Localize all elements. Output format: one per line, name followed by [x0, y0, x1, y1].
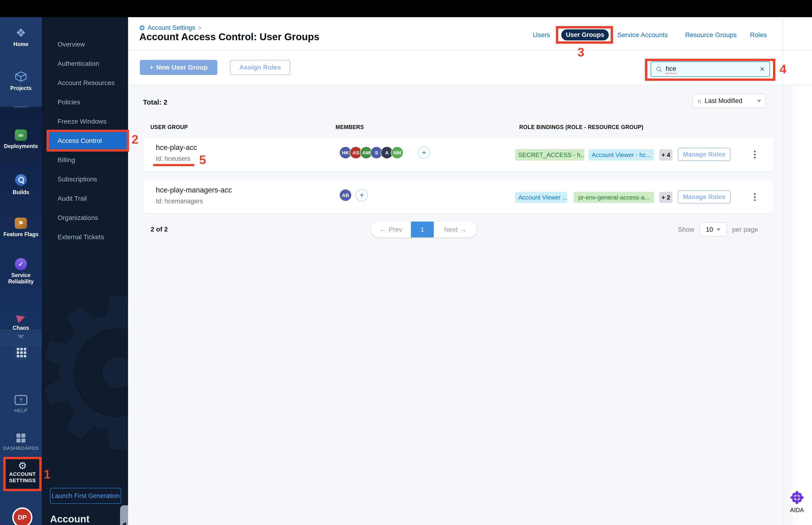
chevron-down-icon [757, 100, 761, 102]
aida-flower-icon [790, 491, 804, 504]
sidebar-item-help[interactable]: ? HELP [0, 395, 42, 414]
member-avatar: NM [391, 146, 403, 159]
role-binding-badge: SECRET_ACCESS - h... [515, 149, 584, 161]
role-binding-badge: Account Viewer - hc... [588, 149, 654, 161]
sidebar-item-dashboards[interactable]: DASHBOARDS [0, 434, 42, 451]
table-row[interactable]: hce-play-acc Id: hceusers HKASAMSANM + S… [143, 137, 773, 171]
right-gutter [783, 85, 812, 525]
prev-label: Prev [388, 226, 402, 234]
chevron-down-icon [716, 228, 721, 231]
manage-roles-button[interactable]: Manage Roles [678, 190, 731, 204]
page-size-select[interactable]: 10 [700, 222, 727, 237]
menu-item-access-control[interactable]: Access Control [49, 131, 127, 150]
user-group-name[interactable]: hce-play-managers-acc [156, 186, 232, 194]
column-header-role-bindings: ROLE BINDINGS (ROLE - RESOURCE GROUP) [519, 124, 643, 131]
aida-assistant-button[interactable]: AIDA [787, 491, 806, 513]
total-count: Total: 2 [143, 98, 167, 106]
sidebar-item-builds[interactable]: Builds [0, 174, 42, 196]
sidebar-item-label: HELP [0, 407, 42, 414]
pagination: ← Prev 1 Next → [371, 222, 477, 237]
home-icon: ❖ [15, 27, 27, 39]
menu-item-account-resources[interactable]: Account Resources [42, 73, 128, 93]
menu-item-authentication[interactable]: Authentication [42, 54, 128, 73]
sidebar-item-label: ACCOUNT [6, 471, 39, 477]
next-page-button[interactable]: Next → [434, 222, 477, 237]
table-row[interactable]: hce-play-managers-acc Id: hcemanagers AB… [143, 180, 773, 213]
sidebar-item-chaos[interactable]: ▶ Chaos [0, 312, 42, 331]
rail-expand-modules[interactable] [0, 335, 42, 340]
prev-page-button[interactable]: ← Prev [371, 222, 411, 237]
add-member-button[interactable]: + [355, 189, 368, 201]
menu-item-external-tickets[interactable]: External Tickets [42, 227, 128, 247]
launch-first-generation-button[interactable]: Launch First Generation [50, 488, 121, 504]
per-page-label: per page [732, 226, 758, 234]
add-member-button[interactable]: + [418, 146, 430, 159]
manage-roles-button[interactable]: Manage Roles [678, 148, 731, 161]
search-icon [656, 66, 662, 73]
menu-item-freeze-windows[interactable]: Freeze Windows [42, 112, 128, 131]
row-menu-icon[interactable] [750, 147, 760, 162]
sidebar-item-label: Builds [0, 189, 42, 196]
sidebar-item-label: Deployments [0, 143, 42, 149]
sidebar-collapse-handle[interactable]: ◀ [120, 505, 128, 525]
sort-icon: ↑↓ [697, 98, 701, 104]
tab-users[interactable]: Users [533, 31, 550, 39]
page-title: Account Access Control: User Groups [139, 31, 319, 43]
sidebar-item-label: SETTINGS [6, 477, 39, 484]
plus-icon: + [150, 64, 153, 71]
role-binding-badge: Account Viewer ... [515, 192, 567, 203]
gear-icon: ⚙ [139, 24, 145, 32]
members-avatars: HKASAMSANM [339, 146, 401, 159]
menu-item-subscriptions[interactable]: Subscriptions [42, 170, 128, 189]
column-header-user-group: USER GROUP [150, 124, 188, 131]
sidebar-item-projects[interactable]: Projects [0, 71, 42, 91]
sidebar-item-label: DASHBOARDS [0, 445, 42, 451]
tab-user-groups[interactable]: User Groups [561, 29, 609, 41]
sidebar-item-deployments[interactable]: ∞ Deployments [0, 130, 42, 149]
column-header-members: MEMBERS [336, 124, 364, 131]
menu-item-overview[interactable]: Overview [42, 35, 128, 54]
page-size-control: Show 10 per page [678, 222, 758, 237]
module-picker-button[interactable] [14, 345, 28, 360]
members-avatars: AB [339, 189, 350, 201]
user-group-name[interactable]: hce-play-acc [156, 144, 197, 152]
clear-search-icon[interactable]: ✕ [760, 65, 765, 73]
tab-roles[interactable]: Roles [750, 31, 767, 39]
menu-item-billing[interactable]: Billing [42, 150, 128, 170]
tab-service-accounts[interactable]: Service Accounts [617, 31, 668, 39]
user-group-id: Id: hceusers [156, 155, 190, 162]
new-user-group-label: New User Group [156, 64, 208, 71]
page-size-value: 10 [706, 226, 713, 234]
toolbar: + New User Group Assign Roles hce ✕ [128, 50, 812, 85]
search-input[interactable]: hce ✕ [650, 62, 770, 77]
feature-flags-icon: ⚑ [15, 217, 27, 229]
row-menu-icon[interactable] [750, 190, 760, 204]
user-group-id: Id: hcemanagers [156, 198, 203, 205]
sidebar-item-service-reliability[interactable]: ✓ Service Reliability [0, 258, 42, 285]
menu-item-audit-trail[interactable]: Audit Trail [42, 189, 128, 208]
search-value: hce [665, 65, 676, 74]
show-label: Show [678, 226, 694, 234]
sidebar-item-feature-flags[interactable]: ⚑ Feature Flags [0, 217, 42, 238]
sort-dropdown[interactable]: ↑↓ Last Modified [692, 94, 766, 108]
gear-icon: ⚙ [6, 461, 39, 471]
more-bindings-badge: + 2 [659, 192, 672, 203]
sidebar-item-account-settings[interactable]: ⚙ ACCOUNT SETTINGS [3, 457, 42, 491]
sidebar-item-home[interactable]: ❖ Home [0, 27, 42, 47]
menu-item-organizations[interactable]: Organizations [42, 208, 128, 227]
new-user-group-button[interactable]: + New User Group [140, 60, 217, 75]
aida-label: AIDA [787, 507, 806, 513]
grid-icon [17, 348, 26, 357]
tab-resource-groups[interactable]: Resource Groups [685, 31, 737, 39]
breadcrumb[interactable]: ⚙ Account Settings > [139, 24, 202, 32]
user-groups-list: Total: 2 ↑↓ Last Modified USER GROUP MEM… [128, 85, 782, 525]
sidebar-item-label: Home [0, 41, 42, 47]
help-icon: ? [15, 395, 27, 405]
module-rail: ❖ Home Projects ∞ Deployments Builds ⚑ F… [0, 17, 42, 525]
chevron-down-icon [17, 335, 25, 339]
breadcrumb-link[interactable]: Account Settings [148, 24, 195, 31]
page-number-current[interactable]: 1 [411, 222, 434, 237]
menu-item-policies[interactable]: Policies [42, 93, 128, 112]
breadcrumb-separator-icon: > [198, 24, 202, 31]
assign-roles-button[interactable]: Assign Roles [230, 60, 290, 75]
